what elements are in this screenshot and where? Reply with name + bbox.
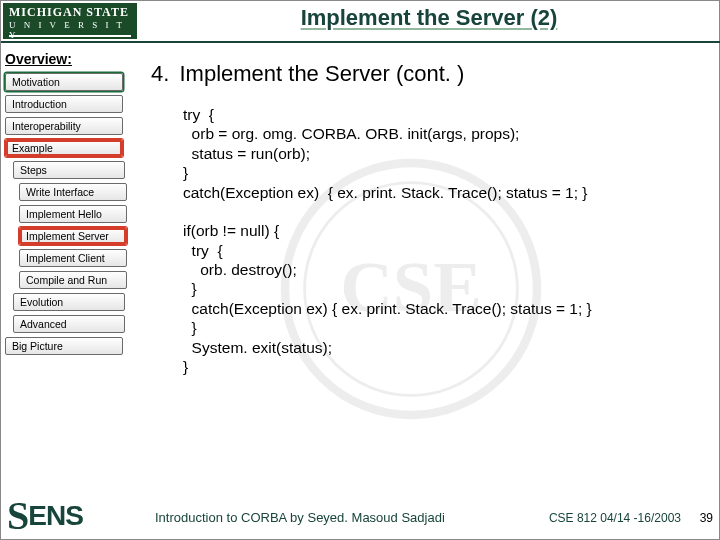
nav-steps[interactable]: Steps <box>13 161 125 179</box>
nav-advanced[interactable]: Advanced <box>13 315 125 333</box>
main-content: 4. Implement the Server (cont. ) try { o… <box>151 61 701 376</box>
nav-example[interactable]: Example <box>5 139 123 157</box>
footer: SENS Introduction to CORBA by Seyed. Mas… <box>1 493 720 539</box>
nav-interoperability[interactable]: Interoperability <box>5 117 123 135</box>
sidebar-heading: Overview: <box>5 51 137 67</box>
logo-line1: MICHIGAN STATE <box>3 3 137 20</box>
nav-implement-client[interactable]: Implement Client <box>19 249 127 267</box>
sens-logo-rest: ENS <box>28 500 83 531</box>
slide-number: 39 <box>700 511 713 525</box>
divider <box>1 41 720 43</box>
section-heading: 4. Implement the Server (cont. ) <box>151 61 701 87</box>
nav-evolution[interactable]: Evolution <box>13 293 125 311</box>
section-title: Implement the Server (cont. ) <box>179 61 464 86</box>
sens-logo: SENS <box>7 488 83 535</box>
nav-implement-hello[interactable]: Implement Hello <box>19 205 127 223</box>
title-area: Implement the Server (2) <box>139 1 719 41</box>
nav-implement-server[interactable]: Implement Server <box>19 227 127 245</box>
nav-introduction[interactable]: Introduction <box>5 95 123 113</box>
top-bar: MICHIGAN STATE U N I V E R S I T Y Imple… <box>1 1 719 41</box>
logo-line2: U N I V E R S I T Y <box>3 20 137 41</box>
logo-underline <box>9 35 131 37</box>
slide-container: MICHIGAN STATE U N I V E R S I T Y Imple… <box>0 0 720 540</box>
nav-compile-run[interactable]: Compile and Run <box>19 271 127 289</box>
section-number: 4. <box>151 61 175 87</box>
footer-course: CSE 812 04/14 -16/2003 <box>549 511 681 525</box>
sens-logo-s: S <box>7 492 28 539</box>
page-title: Implement the Server (2) <box>139 5 719 31</box>
nav-write-interface[interactable]: Write Interface <box>19 183 127 201</box>
sidebar: Overview: Motivation Introduction Intero… <box>5 51 137 359</box>
nav-motivation[interactable]: Motivation <box>5 73 123 91</box>
code-block: try { orb = org. omg. CORBA. ORB. init(a… <box>183 105 701 376</box>
university-logo: MICHIGAN STATE U N I V E R S I T Y <box>1 1 139 41</box>
nav-big-picture[interactable]: Big Picture <box>5 337 123 355</box>
footer-lecture: Introduction to CORBA by Seyed. Masoud S… <box>155 510 445 525</box>
